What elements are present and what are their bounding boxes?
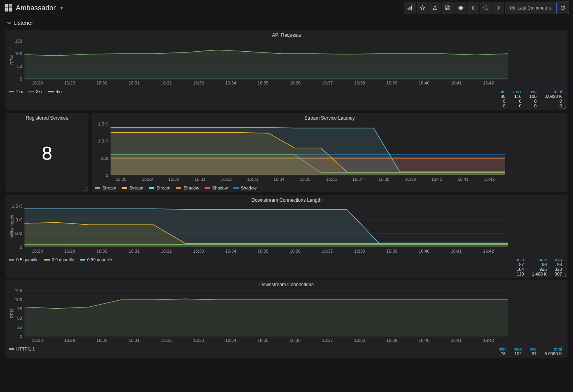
svg-text:16:33: 16:33 — [193, 338, 204, 343]
svg-text:16:36: 16:36 — [326, 177, 337, 182]
star-button[interactable] — [417, 2, 428, 14]
svg-text:16:42: 16:42 — [483, 338, 494, 343]
legend-item[interactable]: HTTP/1.1 — [9, 347, 35, 351]
svg-rect-6 — [410, 7, 411, 10]
svg-text:16:28: 16:28 — [32, 81, 43, 85]
svg-text:16:40: 16:40 — [419, 249, 430, 253]
time-range-picker[interactable]: Last 15 minutes — [505, 2, 556, 14]
svg-text:16:38: 16:38 — [379, 177, 390, 182]
panel-grid: API Requests 05010015016:2816:2916:3016:… — [0, 27, 573, 363]
legend-downstream-connections: HTTP/1.1 minmaxavgtotal76102973.0080 K — [6, 345, 567, 358]
svg-text:16:42: 16:42 — [483, 249, 494, 253]
svg-text:16:31: 16:31 — [129, 249, 140, 253]
svg-text:16:28: 16:28 — [32, 338, 43, 343]
caret-down-icon: ▼ — [60, 6, 64, 10]
panel-title: Stream Service Latency — [92, 113, 567, 122]
svg-text:16:39: 16:39 — [386, 81, 397, 85]
svg-text:25: 25 — [17, 325, 22, 330]
panel-title: Registered Services — [6, 113, 88, 122]
legend-item[interactable]: Shadow — [176, 186, 199, 190]
legend-item[interactable]: Stream — [149, 186, 170, 190]
svg-text:16:36: 16:36 — [290, 249, 301, 253]
legend-item[interactable]: 3xx — [28, 89, 43, 94]
svg-text:0: 0 — [106, 173, 108, 178]
chart-downstream-connections[interactable]: 025507510012516:2816:2916:3016:3116:3216… — [9, 289, 510, 343]
time-back-button[interactable] — [467, 2, 479, 14]
legend-stream-latency: StreamStreamStreamShadowShadowShadow — [92, 184, 567, 192]
svg-text:16:35: 16:35 — [300, 177, 311, 182]
svg-text:16:41: 16:41 — [451, 81, 462, 85]
settings-button[interactable] — [455, 2, 466, 14]
svg-text:16:32: 16:32 — [221, 177, 232, 182]
time-forward-button[interactable] — [492, 2, 504, 14]
svg-text:16:39: 16:39 — [386, 338, 397, 343]
svg-text:16:32: 16:32 — [161, 81, 172, 85]
svg-text:16:34: 16:34 — [225, 81, 236, 85]
chevron-down-icon — [7, 21, 11, 25]
panel-stream-latency[interactable]: Stream Service Latency 05001.0 K1.5 K16:… — [92, 113, 567, 192]
svg-text:16:37: 16:37 — [352, 177, 363, 182]
svg-text:RPM: RPM — [9, 309, 14, 318]
legend-downstream-length: 0.5 quantile0.9 quantile0.99 quantile mi… — [6, 256, 567, 278]
legend-item[interactable]: Stream — [122, 186, 143, 190]
svg-text:16:30: 16:30 — [96, 338, 107, 343]
svg-text:16:37: 16:37 — [322, 81, 333, 85]
svg-text:16:33: 16:33 — [247, 177, 258, 182]
top-navbar: Ambassador ▼ + Last 15 minutes — [0, 0, 573, 16]
svg-text:16:33: 16:33 — [193, 81, 204, 85]
svg-text:16:32: 16:32 — [161, 338, 172, 343]
svg-text:16:30: 16:30 — [168, 177, 179, 182]
svg-text:16:40: 16:40 — [419, 81, 430, 85]
save-button[interactable] — [442, 2, 454, 14]
svg-text:0: 0 — [20, 77, 22, 81]
legend-item[interactable]: Shadow — [233, 186, 257, 190]
svg-text:16:41: 16:41 — [451, 249, 462, 253]
panel-downstream-length[interactable]: Downstream Connections Length 05001.0 K1… — [6, 195, 567, 278]
refresh-button[interactable] — [556, 2, 569, 14]
panel-title: Downstream Connections — [6, 279, 567, 288]
svg-text:150: 150 — [15, 39, 22, 43]
svg-text:500: 500 — [101, 156, 108, 161]
dashboard-title: Ambassador — [16, 4, 56, 12]
row-toggle-listener[interactable]: Listener — [0, 16, 573, 27]
legend-item[interactable]: Shadow — [205, 186, 228, 190]
svg-text:16:29: 16:29 — [64, 338, 75, 343]
svg-text:1.5 K: 1.5 K — [12, 204, 22, 208]
legend-item[interactable]: Stream — [95, 186, 116, 190]
legend-item[interactable]: 0.5 quantile — [9, 257, 39, 262]
svg-text:16:28: 16:28 — [32, 249, 43, 253]
dashboard-picker[interactable]: Ambassador ▼ — [4, 4, 64, 12]
legend-item[interactable]: 0.9 quantile — [44, 257, 74, 262]
zoom-out-button[interactable] — [480, 2, 492, 14]
panel-registered-services[interactable]: Registered Services 8 — [6, 113, 88, 192]
panel-downstream-connections[interactable]: Downstream Connections 025507510012516:2… — [6, 279, 567, 358]
chart-api-requests[interactable]: 05010015016:2816:2916:3016:3116:3216:331… — [9, 39, 510, 86]
svg-text:50: 50 — [17, 316, 22, 321]
svg-text:16:37: 16:37 — [322, 249, 333, 253]
svg-text:milliseconds: milliseconds — [9, 215, 14, 238]
svg-text:100: 100 — [15, 297, 22, 302]
stat-value: 8 — [6, 122, 88, 185]
add-panel-button[interactable]: + — [404, 2, 416, 14]
svg-rect-3 — [5, 8, 8, 11]
chart-downstream-length[interactable]: 05001.0 K1.5 K16:2816:2916:3016:3116:321… — [9, 204, 510, 254]
svg-text:16:35: 16:35 — [257, 81, 269, 85]
svg-text:RPM: RPM — [9, 55, 14, 65]
svg-text:16:38: 16:38 — [354, 338, 365, 343]
svg-rect-4 — [9, 8, 12, 11]
legend-item[interactable]: 2xx — [9, 89, 23, 94]
svg-text:100: 100 — [15, 51, 22, 56]
chart-stream-latency[interactable]: 05001.0 K1.5 K16:2816:2916:3016:3116:321… — [95, 122, 507, 182]
clock-icon — [510, 6, 515, 11]
svg-text:16:38: 16:38 — [354, 81, 365, 85]
svg-text:16:31: 16:31 — [195, 177, 206, 182]
legend-item[interactable]: 4xx — [48, 89, 62, 94]
svg-text:16:37: 16:37 — [322, 338, 333, 343]
svg-text:0: 0 — [20, 334, 22, 339]
share-button[interactable] — [429, 2, 441, 14]
legend-api-requests: 2xx3xx4xx minmaxavgtotal881161003.0920 K… — [6, 88, 567, 110]
time-range-label: Last 15 minutes — [517, 5, 551, 11]
svg-text:16:39: 16:39 — [386, 249, 397, 253]
legend-item[interactable]: 0.99 quantile — [80, 257, 112, 262]
panel-api-requests[interactable]: API Requests 05010015016:2816:2916:3016:… — [6, 30, 567, 110]
